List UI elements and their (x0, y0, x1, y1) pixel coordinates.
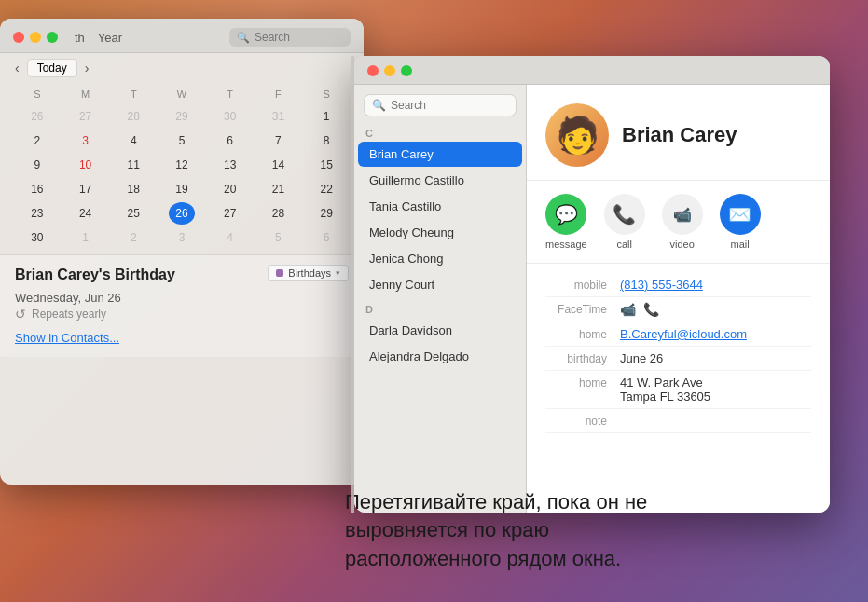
contact-list-item[interactable]: Melody Cheung (358, 220, 522, 245)
video-action-button[interactable]: 📹 video (662, 194, 703, 250)
contacts-minimize-button[interactable] (384, 65, 395, 76)
contacts-list: CBrian CareyGuillermo CastilloTania Cast… (354, 122, 526, 513)
contact-list-item[interactable]: Alejandra Delgado (358, 344, 522, 369)
calendar-day[interactable]: 11 (120, 154, 146, 176)
call-label: call (616, 239, 632, 250)
calendar-week-row: 30123456 (13, 226, 351, 249)
info-row-birthday: birthday June 26 (545, 347, 811, 371)
contacts-close-button[interactable] (367, 65, 379, 76)
mail-action-button[interactable]: ✉️ mail (720, 194, 761, 250)
calendar-day[interactable]: 7 (265, 130, 291, 152)
contact-list-item[interactable]: Brian Carey (358, 142, 522, 167)
calendar-day[interactable]: 22 (313, 178, 339, 200)
calendar-day[interactable]: 6 (217, 130, 243, 152)
calendar-day[interactable]: 3 (73, 130, 99, 152)
contacts-search-input[interactable] (391, 99, 508, 112)
calendar-day[interactable]: 31 (265, 105, 291, 128)
close-button[interactable] (13, 32, 24, 43)
contact-list-item[interactable]: Guillermo Castillo (358, 168, 522, 193)
calendar-day[interactable]: 10 (73, 154, 99, 176)
calendar-day[interactable]: 18 (120, 178, 146, 200)
calendar-search[interactable]: 🔍 (229, 28, 351, 47)
next-month-button[interactable]: › (83, 61, 91, 75)
calendar-day[interactable]: 29 (313, 202, 339, 225)
calendar-day[interactable]: 23 (24, 202, 50, 225)
day-header-sat: S (302, 87, 351, 102)
day-header-fri: F (255, 87, 303, 102)
calendar-day[interactable]: 26 (24, 105, 50, 128)
mobile-label: mobile (545, 278, 620, 292)
calendar-day[interactable]: 2 (24, 130, 50, 152)
prev-month-button[interactable]: ‹ (13, 61, 21, 75)
day-header-tue: T (109, 87, 158, 102)
calendar-day[interactable]: 26 (169, 202, 195, 225)
year-label: Year (98, 31, 122, 45)
calendar-day[interactable]: 28 (120, 105, 146, 128)
calendar-day[interactable]: 4 (217, 226, 243, 249)
search-input-wrap[interactable]: 🔍 (364, 94, 517, 116)
calendar-day[interactable]: 30 (217, 105, 243, 128)
contact-info-table: mobile (813) 555-3644 FaceTime 📹 📞 home … (527, 264, 830, 448)
calendar-color-dot (276, 269, 283, 277)
facetime-label: FaceTime (545, 302, 620, 316)
calendar-day[interactable]: 2 (120, 226, 146, 249)
day-headers: S M T W T F S (13, 87, 351, 102)
contact-list-item[interactable]: Tania Castillo (358, 194, 522, 219)
calendar-week-row: 2627282930311 (13, 105, 351, 128)
calendar-day[interactable]: 21 (265, 178, 291, 200)
calendar-day[interactable]: 9 (24, 154, 50, 176)
calendar-day[interactable]: 25 (120, 202, 146, 225)
calendar-day[interactable]: 15 (313, 154, 339, 176)
event-calendar-tag[interactable]: Birthdays ▾ (268, 265, 349, 281)
minimize-button[interactable] (30, 32, 41, 43)
calendar-day[interactable]: 30 (24, 226, 50, 249)
facetime-video-icon[interactable]: 📹 (620, 302, 636, 317)
calendar-day[interactable]: 19 (169, 178, 195, 200)
calendar-day[interactable]: 29 (169, 105, 195, 128)
calendar-week-row: 23242526272829 (13, 202, 351, 225)
calendar-day[interactable]: 27 (73, 105, 99, 128)
contact-list-item[interactable]: Jenny Court (358, 272, 522, 297)
show-contacts-link[interactable]: Show in Contacts... (15, 331, 119, 345)
calendar-day[interactable]: 24 (73, 202, 99, 225)
calendar-day[interactable]: 6 (313, 226, 339, 249)
calendar-day[interactable]: 14 (265, 154, 291, 176)
calendar-day[interactable]: 13 (217, 154, 243, 176)
home-email-label: home (545, 327, 620, 341)
search-input[interactable] (255, 31, 343, 44)
calendar-day[interactable]: 4 (120, 130, 146, 152)
day-header-mon: M (62, 87, 110, 102)
today-button[interactable]: Today (27, 59, 77, 77)
calendar-day[interactable]: 17 (73, 178, 99, 200)
action-buttons: 💬 message 📞 call 📹 video ✉️ mail (527, 181, 830, 264)
calendar-day[interactable]: 12 (169, 154, 195, 176)
info-row-email: home B.Careyful@icloud.com (545, 322, 811, 347)
calendar-day[interactable]: 27 (217, 202, 243, 225)
info-row-facetime: FaceTime 📹 📞 (545, 297, 811, 322)
maximize-button[interactable] (47, 32, 58, 43)
calendar-day[interactable]: 1 (313, 105, 339, 128)
calendar-day[interactable]: 3 (169, 226, 195, 249)
email-value[interactable]: B.Careyful@icloud.com (620, 327, 811, 341)
calendar-day[interactable]: 5 (265, 226, 291, 249)
drag-handle[interactable] (351, 56, 354, 513)
caption-text: Перетягивайте край, пока он не выровняет… (345, 488, 690, 574)
day-header-sun: S (13, 87, 62, 102)
calendar-day[interactable]: 1 (73, 226, 99, 249)
message-label: message (545, 239, 587, 250)
calendar-day[interactable]: 5 (169, 130, 195, 152)
birthday-label: birthday (545, 351, 620, 365)
calendar-day[interactable]: 8 (313, 130, 339, 152)
contact-list-item[interactable]: Darla Davidson (358, 318, 522, 343)
message-action-button[interactable]: 💬 message (545, 194, 587, 250)
calendar-day[interactable]: 20 (217, 178, 243, 200)
contacts-maximize-button[interactable] (401, 65, 412, 76)
message-icon-circle: 💬 (545, 194, 586, 235)
calendar-day[interactable]: 28 (265, 202, 291, 225)
mobile-value[interactable]: (813) 555-3644 (620, 278, 811, 292)
facetime-audio-icon[interactable]: 📞 (643, 302, 659, 317)
event-repeat: ↺ Repeats yearly (15, 307, 349, 322)
contact-list-item[interactable]: Jenica Chong (358, 246, 522, 271)
call-action-button[interactable]: 📞 call (604, 194, 645, 250)
calendar-day[interactable]: 16 (24, 178, 50, 200)
